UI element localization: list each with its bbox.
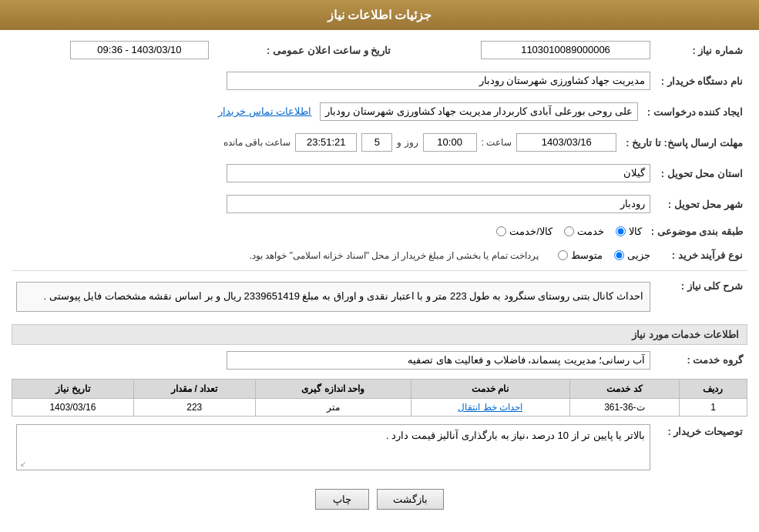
goroh-value: آب رسانی؛ مدیریت پسماند، فاضلاب و فعالیت… (12, 348, 655, 373)
namDastgah-label: نام دستگاه خریدار : (655, 69, 747, 93)
mohlat-value: 1403/03/16 ساعت : 10:00 روز و 5 23:51:21… (12, 130, 621, 155)
radio-kalaKhedmat-label: کالا/خدمت (509, 226, 552, 237)
tarikh-label: تاریخ و ساعت اعلان عمومی : (213, 38, 396, 62)
tosifat-label: توصیحات خریدار : (655, 421, 747, 473)
service-cell: 1403/03/16 (12, 398, 134, 416)
col-unit: واحد اندازه گیری (255, 379, 411, 398)
footer-buttons: بازگشت چاپ (12, 480, 747, 519)
resize-icon: ↙ (20, 460, 26, 468)
info-table-row5: استان محل تحویل : گیلان (12, 161, 747, 186)
radio-khedmat: خدمت (564, 226, 604, 237)
shahr-input: رودبار (227, 195, 650, 213)
service-cell: 1 (679, 398, 747, 416)
shahr-label: شهر محل تحویل : (655, 192, 747, 216)
services-table: ردیف کد خدمت نام خدمت واحد اندازه گیری ت… (12, 379, 747, 417)
farayand-note: پرداخت تمام یا بخشی از مبلغ خریدار از مح… (250, 250, 539, 261)
col-name: نام خدمت (411, 379, 569, 398)
tabaqebandi-value: کالا خدمت کالا/خدمت (12, 223, 646, 240)
sharh-value: احداث کانال بتنی روستای سنگرود به طول 22… (12, 276, 655, 318)
radio-kala-input[interactable] (616, 226, 626, 236)
col-date: تاریخ نیاز (12, 379, 134, 398)
sharh-label: شرح کلی نیاز : (655, 276, 747, 318)
radio-kala-label: کالا (629, 226, 642, 237)
mohlat-rooz-value: 5 (361, 133, 392, 152)
print-button[interactable]: چاپ (315, 489, 369, 510)
info-table-row8: نوع فرآیند خرید : جزیی متوسط پرداخت تمام… (12, 246, 747, 264)
tabaqebandi-label: طبقه بندی موضوعی : (646, 223, 747, 240)
service-cell: ت-36-361 (569, 398, 679, 416)
shomareNiaz-label: شماره نیاز : (655, 38, 747, 62)
goroh-input: آب رسانی؛ مدیریت پسماند، فاضلاب و فعالیت… (227, 351, 650, 370)
ostan-value: گیلان (12, 161, 655, 186)
info-table-row1: شماره نیاز : 1103010089000006 تاریخ و سا… (12, 38, 747, 62)
col-code: کد خدمت (569, 379, 679, 398)
radio-kalaKhedmat-input[interactable] (496, 226, 506, 236)
mohlat-label: مهلت ارسال پاسخ: تا تاریخ : (621, 130, 747, 155)
goroh-label: گروه خدمت : (655, 348, 747, 373)
radio-jozvi-label: جزیی (627, 249, 650, 261)
radio-motavaset: متوسط (558, 249, 603, 261)
service-cell: متر (255, 398, 411, 416)
table-row: 1ت-36-361احداث خط انتقالمتر2231403/03/16 (12, 398, 747, 416)
info-table-row3: ایجاد کننده درخواست : علی روحی بورعلی آب… (12, 99, 747, 124)
col-radif: ردیف (679, 379, 747, 398)
ijadKarandeh-label: ایجاد کننده درخواست : (643, 99, 747, 124)
contact-link[interactable]: اطلاعات تماس خریدار (218, 105, 311, 117)
info-table-sharh: شرح کلی نیاز : احداث کانال بتنی روستای س… (12, 276, 747, 318)
divider1 (12, 270, 747, 271)
mohlat-time: 10:00 (423, 133, 477, 152)
tarikh-input: 1403/03/10 - 09:36 (70, 41, 209, 59)
mohlat-countdown: 23:51:21 (295, 133, 357, 152)
page-wrapper: جزئیات اطلاعات نیاز شماره نیاز : 1103010… (0, 0, 759, 532)
page-header: جزئیات اطلاعات نیاز (0, 0, 759, 30)
radio-khedmat-label: خدمت (577, 226, 604, 237)
shahr-value: رودبار (12, 192, 655, 216)
tarikh-value: 1403/03/10 - 09:36 (12, 38, 213, 62)
radio-kala: کالا (616, 226, 642, 237)
tosifat-box: بالاتر یا پایین تر از 10 درصد ،نیاز به ب… (16, 424, 650, 470)
radio-jozvi-input[interactable] (614, 250, 624, 260)
radio-motavaset-input[interactable] (558, 250, 568, 260)
sharh-box: احداث کانال بتنی روستای سنگرود به طول 22… (16, 282, 650, 312)
services-section-title: اطلاعات خدمات مورد نیاز (12, 324, 747, 345)
ostan-input: گیلان (227, 164, 650, 182)
shomareNiaz-value: 1103010089000006 (411, 38, 656, 62)
radio-khedmat-input[interactable] (564, 226, 574, 236)
namDastgah-input: مدیریت جهاد کشاورزی شهرستان رودبار (227, 72, 650, 90)
ijadKarandeh-value: علی روحی بورعلی آبادی کاربردار مدیریت جه… (12, 99, 643, 124)
radio-motavaset-label: متوسط (571, 249, 603, 261)
service-cell: 223 (133, 398, 255, 416)
back-button[interactable]: بازگشت (377, 489, 444, 510)
mohlat-saat-label: ساعت : (482, 137, 512, 148)
service-name-cell: احداث خط انتقال (411, 398, 569, 416)
col-count: تعداد / مقدار (133, 379, 255, 398)
mohlat-date: 1403/03/16 (516, 133, 616, 152)
ostan-label: استان محل تحویل : (655, 161, 747, 186)
content-area: شماره نیاز : 1103010089000006 تاریخ و سا… (0, 30, 759, 527)
info-table-row4: مهلت ارسال پاسخ: تا تاریخ : 1403/03/16 س… (12, 130, 747, 155)
mohlat-saat-left-label: ساعت باقی مانده (223, 137, 291, 148)
noeFarayand-label: نوع فرآیند خرید : (655, 246, 747, 264)
info-table-goroh: گروه خدمت : آب رسانی؛ مدیریت پسماند، فاض… (12, 348, 747, 373)
info-table-tosifat: توصیحات خریدار : بالاتر یا پایین تر از 1… (12, 421, 747, 473)
page-title: جزئیات اطلاعات نیاز (327, 8, 432, 22)
info-table-row6: شهر محل تحویل : رودبار (12, 192, 747, 216)
radio-jozvi: جزیی (614, 249, 650, 261)
info-table-row2: نام دستگاه خریدار : مدیریت جهاد کشاورزی … (12, 69, 747, 93)
tosifat-text: بالاتر یا پایین تر از 10 درصد ،نیاز به ب… (386, 430, 645, 441)
noeFarayand-value: جزیی متوسط پرداخت تمام یا بخشی از مبلغ خ… (12, 246, 655, 264)
radio-kalaKhedmat: کالا/خدمت (496, 226, 552, 237)
tosifat-value: بالاتر یا پایین تر از 10 درصد ،نیاز به ب… (12, 421, 655, 473)
info-table-row7: طبقه بندی موضوعی : کالا خدمت کالا/خدمت (12, 223, 747, 240)
ijadKarandeh-input: علی روحی بورعلی آبادی کاربردار مدیریت جه… (320, 102, 638, 121)
namDastgah-value: مدیریت جهاد کشاورزی شهرستان رودبار (12, 69, 655, 93)
shomareNiaz-input: 1103010089000006 (481, 41, 650, 59)
mohlat-rooz-label: روز و (397, 137, 418, 148)
